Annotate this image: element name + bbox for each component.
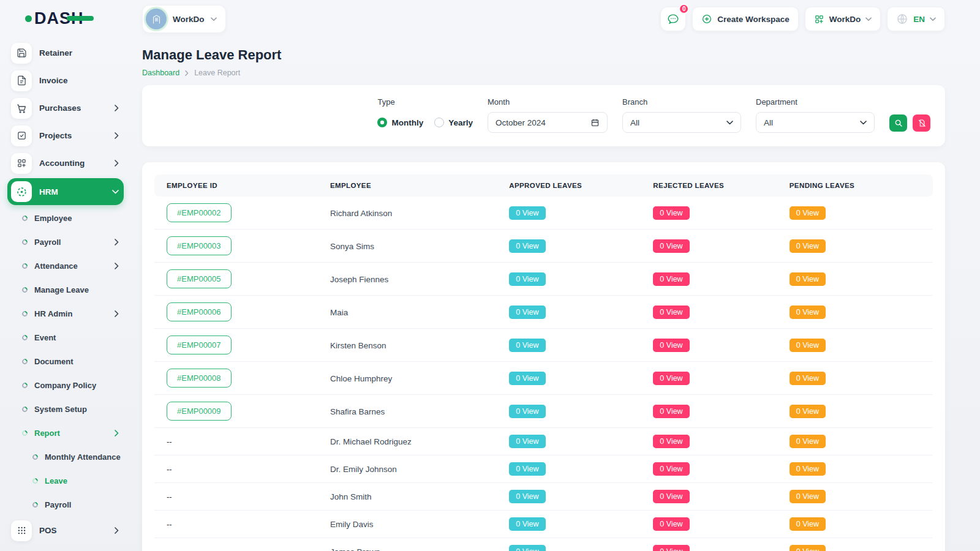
approved-leaves-badge[interactable]: 0 View: [509, 206, 545, 220]
sidebar-item-monthly-attendance[interactable]: Monthly Attendance: [7, 445, 124, 469]
logo-dot: [25, 15, 32, 22]
rejected-leaves-badge[interactable]: 0 View: [653, 462, 689, 476]
rejected-leaves-badge[interactable]: 0 View: [653, 405, 689, 418]
dash-logo[interactable]: DASH: [34, 9, 84, 28]
rejected-leaves-badge[interactable]: 0 View: [653, 339, 689, 352]
rejected-leaves-badge[interactable]: 0 View: [653, 305, 689, 319]
sidebar-item-manage-leave[interactable]: Manage Leave: [7, 278, 124, 302]
sidebar-item-event[interactable]: Event: [7, 326, 124, 350]
rejected-leaves-badge[interactable]: 0 View: [653, 517, 689, 531]
approved-leaves-badge[interactable]: 0 View: [509, 545, 545, 551]
pending-leaves-badge[interactable]: 0 View: [790, 372, 826, 385]
pending-leaves-badge[interactable]: 0 View: [790, 239, 826, 253]
sidebar-item-accounting[interactable]: Accounting: [7, 149, 124, 177]
rejected-leaves-badge[interactable]: 0 View: [653, 372, 689, 385]
pending-leaves-badge[interactable]: 0 View: [790, 206, 826, 220]
messages-button[interactable]: 0: [660, 7, 686, 31]
create-workspace-label: Create Workspace: [717, 15, 790, 24]
breadcrumb: Dashboard Leave Report: [142, 69, 945, 77]
reset-filter-button[interactable]: [913, 114, 930, 132]
page-title: Manage Leave Report: [142, 47, 945, 63]
rejected-leaves-badge[interactable]: 0 View: [653, 545, 689, 551]
department-value: All: [764, 118, 773, 127]
bullet-icon: [21, 334, 29, 342]
sidebar-item-document[interactable]: Document: [7, 350, 124, 373]
sidebar-item-projects[interactable]: Projects: [7, 122, 124, 149]
approved-leaves-badge[interactable]: 0 View: [509, 435, 545, 448]
radio-monthly-label: Monthly: [391, 118, 423, 127]
radio-monthly[interactable]: Monthly: [377, 118, 423, 127]
approved-leaves-badge[interactable]: 0 View: [509, 372, 545, 385]
employee-id-button[interactable]: #EMP00007: [167, 335, 232, 354]
approved-leaves-badge[interactable]: 0 View: [509, 272, 545, 286]
employee-id-button[interactable]: #EMP00005: [167, 269, 232, 288]
employee-id-button[interactable]: #EMP00002: [167, 203, 232, 222]
rejected-leaves-badge[interactable]: 0 View: [653, 490, 689, 503]
sidebar-item-hr-admin[interactable]: HR Admin: [7, 302, 124, 326]
sidebar-item-invoice[interactable]: Invoice: [7, 67, 124, 94]
search-button[interactable]: [889, 114, 907, 132]
approved-leaves-badge[interactable]: 0 View: [509, 305, 545, 319]
approved-leaves-badge[interactable]: 0 View: [509, 462, 545, 476]
employee-id-button[interactable]: #EMP00006: [167, 302, 232, 321]
create-workspace-button[interactable]: Create Workspace: [692, 7, 799, 31]
pending-leaves-badge[interactable]: 0 View: [790, 517, 826, 531]
approved-leaves-badge[interactable]: 0 View: [509, 239, 545, 253]
department-select[interactable]: All: [756, 112, 875, 133]
workspace-switcher[interactable]: WorkDo: [142, 5, 226, 33]
employee-id-button[interactable]: #EMP00008: [167, 369, 232, 388]
sidebar-item-pos[interactable]: POS: [7, 517, 124, 544]
sidebar-item-leave[interactable]: Leave: [7, 469, 124, 493]
month-filter-group: Month October 2024: [488, 97, 608, 133]
purchases-icon: [11, 98, 32, 119]
chevron-down-icon: [726, 121, 733, 125]
rejected-leaves-badge[interactable]: 0 View: [653, 239, 689, 253]
pending-leaves-badge[interactable]: 0 View: [790, 339, 826, 352]
sidebar-item-company-policy[interactable]: Company Policy: [7, 373, 124, 397]
bullet-icon: [21, 429, 29, 437]
hrm-icon: [11, 181, 32, 202]
rejected-leaves-badge[interactable]: 0 View: [653, 272, 689, 286]
sidebar-item-payroll[interactable]: Payroll: [7, 230, 124, 254]
pending-leaves-badge[interactable]: 0 View: [790, 462, 826, 476]
approved-leaves-badge[interactable]: 0 View: [509, 405, 545, 418]
employee-id-button[interactable]: #EMP00009: [167, 402, 232, 421]
rejected-leaves-badge[interactable]: 0 View: [653, 435, 689, 448]
branch-select[interactable]: All: [622, 112, 741, 133]
sidebar-item-report[interactable]: Report: [7, 421, 124, 445]
employee-name: Emily Davis: [330, 520, 374, 529]
breadcrumb-dashboard-link[interactable]: Dashboard: [142, 69, 179, 77]
employee-id-empty: --: [167, 437, 172, 446]
topbar: WorkDo 0 Create Workspace: [142, 0, 945, 33]
workspace-menu-button[interactable]: WorkDo: [805, 7, 881, 31]
approved-leaves-badge[interactable]: 0 View: [509, 490, 545, 503]
sidebar-item-attendance[interactable]: Attendance: [7, 254, 124, 278]
table-row: #EMP00008 Chloe Humphrey 0 View 0 View 0…: [154, 362, 933, 395]
pending-leaves-badge[interactable]: 0 View: [790, 490, 826, 503]
pending-leaves-badge[interactable]: 0 View: [790, 545, 826, 551]
retainer-icon: [11, 43, 32, 64]
sidebar-item-hrm[interactable]: HRM: [7, 178, 124, 205]
sidebar-item-employee[interactable]: Employee: [7, 206, 124, 230]
radio-yearly[interactable]: Yearly: [434, 118, 473, 127]
department-filter-group: Department All: [756, 97, 875, 133]
pending-leaves-badge[interactable]: 0 View: [790, 272, 826, 286]
language-button[interactable]: EN: [887, 7, 945, 31]
pending-leaves-badge[interactable]: 0 View: [790, 405, 826, 418]
approved-leaves-badge[interactable]: 0 View: [509, 339, 545, 352]
employee-id-button[interactable]: #EMP00003: [167, 236, 232, 255]
sidebar-item-purchases[interactable]: Purchases: [7, 94, 124, 122]
bullet-icon: [31, 477, 39, 485]
sidebar-item-payroll[interactable]: Payroll: [7, 493, 124, 517]
filter-actions: [889, 97, 930, 132]
branch-filter-group: Branch All: [622, 97, 741, 133]
month-input[interactable]: October 2024: [488, 112, 608, 133]
sidebar-item-retainer[interactable]: Retainer: [7, 39, 124, 67]
plus-circle-icon: [701, 13, 712, 24]
pending-leaves-badge[interactable]: 0 View: [790, 305, 826, 319]
employee-name: Richard Atkinson: [330, 209, 392, 218]
pending-leaves-badge[interactable]: 0 View: [790, 435, 826, 448]
sidebar-item-system-setup[interactable]: System Setup: [7, 397, 124, 421]
rejected-leaves-badge[interactable]: 0 View: [653, 206, 689, 220]
approved-leaves-badge[interactable]: 0 View: [509, 517, 545, 531]
